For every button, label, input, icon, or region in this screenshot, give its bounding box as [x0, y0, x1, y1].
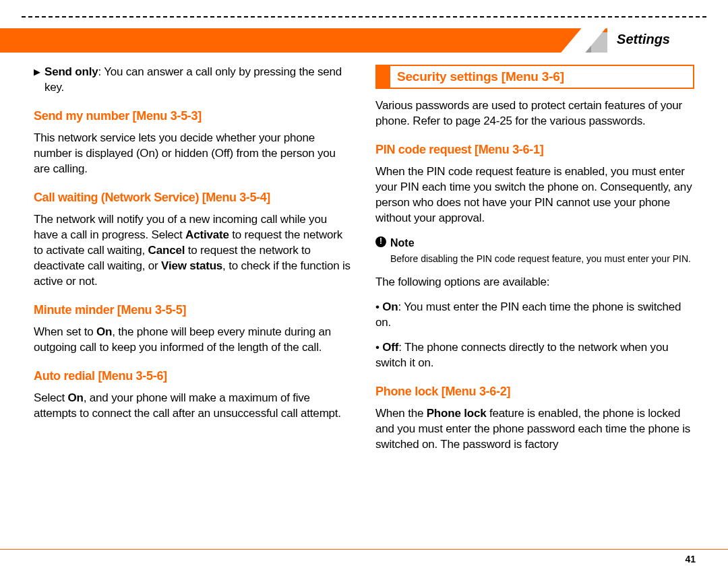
- heading-pin-code: PIN code request [Menu 3-6-1]: [375, 141, 694, 158]
- tab-label: Settings: [617, 32, 670, 46]
- note-row: ! Note: [375, 236, 694, 251]
- bullet-send-only: ▶ Send only: You can answer a call only …: [34, 65, 353, 96]
- page-number: 41: [685, 553, 696, 566]
- heading-auto-redial: Auto redial [Menu 3-5-6]: [34, 368, 353, 384]
- footer-rule: [0, 549, 728, 550]
- text-send-my-number: This network service lets you decide whe…: [34, 131, 353, 177]
- text-minute-minder: When set to On, the phone will beep ever…: [34, 325, 353, 356]
- option-off: • Off: The phone connects directly to th…: [375, 340, 694, 371]
- option-on: • On: You must enter the PIN each time t…: [375, 300, 694, 331]
- section-header-security: Security settings [Menu 3-6]: [375, 65, 694, 89]
- manual-page: { "header": { "tab_label": "Settings" },…: [0, 0, 728, 582]
- header-tabs: Settings: [575, 26, 728, 53]
- text-auto-redial: Select On, and your phone will make a ma…: [34, 391, 353, 422]
- right-column: Security settings [Menu 3-6] Various pas…: [375, 65, 694, 542]
- note-icon: !: [375, 236, 386, 247]
- send-only-text: Send only: You can answer a call only by…: [44, 65, 353, 96]
- heading-call-waiting: Call waiting (Network Service) [Menu 3-5…: [34, 189, 353, 205]
- tab-active: Settings: [607, 26, 728, 53]
- heading-minute-minder: Minute minder [Menu 3-5-5]: [34, 302, 353, 318]
- note-label: Note: [390, 236, 415, 251]
- triangle-icon: ▶: [34, 65, 44, 96]
- text-security-intro: Various passwords are used to protect ce…: [375, 98, 694, 129]
- section-block-icon: [377, 66, 390, 88]
- text-call-waiting: The network will notify you of a new inc…: [34, 212, 353, 290]
- heading-phone-lock: Phone lock [Menu 3-6-2]: [375, 383, 694, 399]
- perforation-line: [22, 16, 706, 18]
- section-title: Security settings [Menu 3-6]: [390, 66, 572, 88]
- left-column: ▶ Send only: You can answer a call only …: [34, 65, 353, 542]
- text-options-intro: The following options are available:: [375, 275, 694, 290]
- content-columns: ▶ Send only: You can answer a call only …: [34, 65, 694, 542]
- heading-send-my-number: Send my number [Menu 3-5-3]: [34, 108, 353, 124]
- text-phone-lock: When the Phone lock feature is enabled, …: [375, 406, 694, 453]
- text-pin-code: When the PIN code request feature is ena…: [375, 164, 694, 226]
- note-text: Before disabling the PIN code request fe…: [390, 253, 694, 265]
